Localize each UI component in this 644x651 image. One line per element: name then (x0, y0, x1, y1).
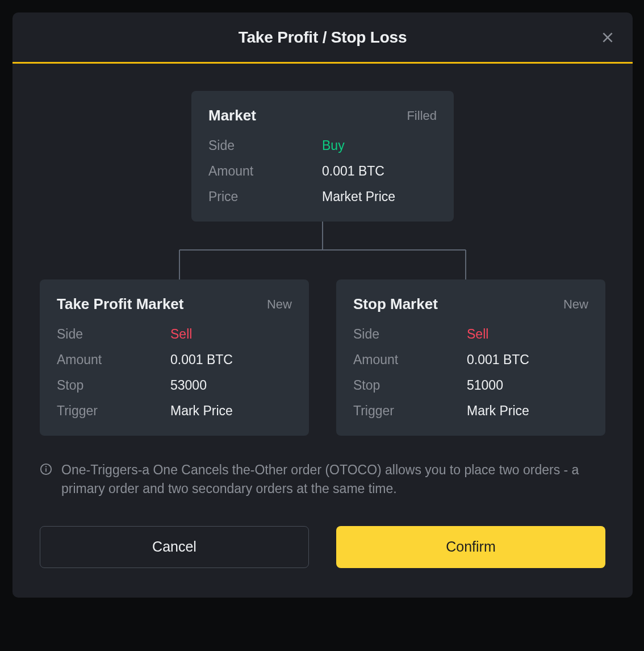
sl-stop-label: Stop (353, 378, 467, 393)
market-amount-label: Amount (208, 164, 322, 179)
market-status-badge: Filled (407, 108, 437, 123)
tp-stop-value: 53000 (170, 378, 207, 393)
market-card-title: Market (208, 107, 256, 124)
sl-stop-value: 51000 (467, 378, 503, 393)
market-order-card: Market Filled Side Buy Amount 0.001 BTC … (191, 91, 454, 222)
market-side-value: Buy (322, 138, 345, 153)
tp-side-value: Sell (170, 327, 192, 342)
info-text: One-Triggers-a One Cancels the-Other ord… (61, 461, 605, 499)
sl-card-title: Stop Market (353, 295, 438, 313)
tp-amount-label: Amount (57, 352, 170, 368)
modal-title: Take Profit / Stop Loss (239, 28, 407, 47)
order-tree-connector (40, 222, 605, 279)
sl-amount-label: Amount (353, 352, 467, 368)
svg-point-4 (45, 466, 47, 467)
tp-stop-label: Stop (57, 378, 170, 393)
cancel-button[interactable]: Cancel (40, 526, 309, 568)
sl-side-value: Sell (467, 327, 488, 342)
market-price-value: Market Price (322, 189, 395, 205)
close-button[interactable] (597, 27, 618, 48)
tp-sl-modal: Take Profit / Stop Loss Market Filled Si… (12, 12, 633, 598)
stop-loss-card: Stop Market New Side Sell Amount 0.001 B… (336, 279, 605, 436)
take-profit-card: Take Profit Market New Side Sell Amount … (40, 279, 309, 436)
tp-amount-value: 0.001 BTC (170, 352, 233, 368)
modal-header: Take Profit / Stop Loss (12, 12, 633, 64)
close-icon (600, 30, 615, 45)
info-icon (40, 463, 52, 475)
market-amount-value: 0.001 BTC (322, 164, 384, 179)
market-price-label: Price (208, 189, 322, 205)
market-side-label: Side (208, 138, 322, 153)
tp-side-label: Side (57, 327, 170, 342)
sl-side-label: Side (353, 327, 467, 342)
tp-trigger-label: Trigger (57, 403, 170, 419)
sl-trigger-value: Mark Price (467, 403, 529, 419)
modal-body: Market Filled Side Buy Amount 0.001 BTC … (12, 64, 633, 568)
sl-amount-value: 0.001 BTC (467, 352, 529, 368)
tp-card-title: Take Profit Market (57, 295, 183, 313)
confirm-button[interactable]: Confirm (336, 526, 605, 568)
tp-trigger-value: Mark Price (170, 403, 233, 419)
sl-status-badge: New (563, 297, 588, 312)
info-note: One-Triggers-a One Cancels the-Other ord… (40, 461, 605, 499)
sl-trigger-label: Trigger (353, 403, 467, 419)
tp-status-badge: New (267, 297, 292, 312)
